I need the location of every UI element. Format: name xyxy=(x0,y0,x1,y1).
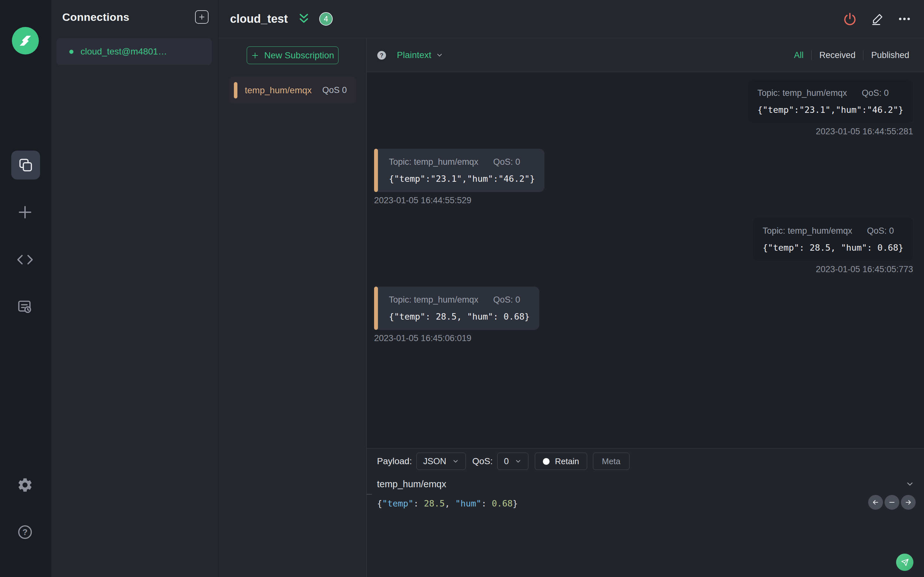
retain-toggle[interactable]: Retain xyxy=(535,453,587,470)
more-options-button[interactable] xyxy=(898,12,911,26)
message-list: Topic: temp_hum/emqxQoS: 0{"temp":"23.1"… xyxy=(367,72,924,448)
message-topic: Topic: temp_hum/emqx xyxy=(762,226,852,236)
help-icon[interactable]: ? xyxy=(376,50,387,60)
filter-published[interactable]: Published xyxy=(863,50,917,60)
payload-token: , xyxy=(445,498,455,508)
chevron-down-icon xyxy=(452,458,459,465)
message-meta: Topic: temp_hum/emqxQoS: 0 xyxy=(758,88,903,98)
question-icon: ? xyxy=(17,524,33,540)
payload-token: } xyxy=(513,498,518,508)
message-topic: Topic: temp_hum/emqx xyxy=(389,295,478,305)
payload-type-value: JSON xyxy=(423,456,446,466)
payload-token: "hum" xyxy=(455,498,481,508)
edit-connection-button[interactable] xyxy=(871,12,884,26)
payload-label: Payload: xyxy=(377,456,412,466)
publish-panel: Payload: JSON QoS: 0 xyxy=(367,448,924,577)
message-timestamp: 2023-01-05 16:44:55:281 xyxy=(748,127,913,137)
payload-type-select[interactable]: JSON xyxy=(417,453,466,470)
history-clear-button[interactable] xyxy=(885,495,899,510)
disconnect-button[interactable] xyxy=(843,11,857,26)
message-qos: QoS: 0 xyxy=(493,157,520,167)
payload-format-selector[interactable]: Plaintext xyxy=(397,50,443,60)
code-icon xyxy=(16,251,34,269)
payload-token: : xyxy=(481,498,492,508)
message-topic: Topic: temp_hum/emqx xyxy=(389,157,478,167)
connection-title: cloud_test xyxy=(230,12,288,26)
messages-header: ? Plaintext AllReceivedPublished xyxy=(367,39,924,72)
chevron-down-icon xyxy=(515,458,522,465)
subscription-item[interactable]: temp_hum/emqxQoS 0 xyxy=(229,77,356,104)
message-meta: Topic: temp_hum/emqxQoS: 0 xyxy=(389,295,530,305)
plus-icon xyxy=(16,203,34,221)
collapse-subscriptions-icon[interactable] xyxy=(297,12,311,26)
history-next-button[interactable] xyxy=(901,495,916,510)
main-panel: cloud_test 4 xyxy=(218,0,924,577)
filter-all[interactable]: All xyxy=(787,50,811,60)
payload-token: : xyxy=(414,498,424,508)
subscription-list: temp_hum/emqxQoS 0 xyxy=(218,77,367,104)
subscriptions-column: New Subscription temp_hum/emqxQoS 0 xyxy=(218,39,367,577)
gear-icon xyxy=(17,477,33,493)
messages-area: ? Plaintext AllReceivedPublished Topic: … xyxy=(367,39,924,577)
chevron-down-icon xyxy=(436,51,443,59)
connections-title: Connections xyxy=(62,11,129,23)
subscription-count-badge: 4 xyxy=(319,12,333,26)
connections-icon xyxy=(18,157,34,173)
sidebar-item-new-connection[interactable] xyxy=(16,203,34,221)
subscription-color-bar xyxy=(234,82,237,98)
qos-label: QoS: xyxy=(472,456,493,466)
message-meta: Topic: temp_hum/emqxQoS: 0 xyxy=(389,157,535,167)
message-payload: {"temp": 28.5, "hum": 0.68} xyxy=(389,311,530,322)
retain-label: Retain xyxy=(555,456,579,466)
payload-editor[interactable]: {"temp": 28.5, "hum": 0.68} xyxy=(367,494,924,508)
qos-value: 0 xyxy=(504,456,509,466)
sidebar-item-connections[interactable] xyxy=(11,151,40,179)
message-card[interactable]: Topic: temp_hum/emqxQoS: 0{"temp": 28.5,… xyxy=(374,287,540,330)
new-connection-button[interactable] xyxy=(195,10,208,24)
message-payload: {"temp":"23.1","hum":"46.2"} xyxy=(758,105,903,115)
meta-button[interactable]: Meta xyxy=(593,453,630,470)
message-card[interactable]: Topic: temp_hum/emqxQoS: 0{"temp":"23.1"… xyxy=(748,80,913,123)
message-timestamp: 2023-01-05 16:45:06:019 xyxy=(374,334,540,343)
message-qos: QoS: 0 xyxy=(867,226,894,236)
subscription-topic: temp_hum/emqx xyxy=(245,85,322,95)
message-payload: {"temp":"23.1","hum":"46.2"} xyxy=(389,174,535,184)
sidebar-item-log[interactable] xyxy=(16,298,33,315)
message-color-bar xyxy=(374,287,378,330)
connections-panel: Connections cloud_test@m4801… xyxy=(51,0,218,577)
mqttx-logo-icon xyxy=(12,27,39,55)
collapse-editor-icon[interactable] xyxy=(905,480,914,488)
qos-select[interactable]: 0 xyxy=(497,453,528,470)
message-meta: Topic: temp_hum/emqxQoS: 0 xyxy=(762,226,903,236)
topic-input[interactable]: temp_hum/emqx xyxy=(377,479,446,490)
payload-token: 0.68 xyxy=(492,498,513,508)
message-qos: QoS: 0 xyxy=(493,295,520,305)
sidebar-item-help[interactable]: ? xyxy=(17,524,33,540)
message-payload: {"temp": 28.5, "hum": 0.68} xyxy=(762,243,903,253)
filter-received[interactable]: Received xyxy=(811,50,863,60)
message-timestamp: 2023-01-05 16:45:05:773 xyxy=(753,264,913,274)
connection-item[interactable]: cloud_test@m4801… xyxy=(57,38,212,65)
payload-format-value: Plaintext xyxy=(397,50,431,60)
history-prev-button[interactable] xyxy=(868,495,883,510)
message-color-bar xyxy=(374,149,378,192)
payload-token: { xyxy=(377,498,382,508)
message-card[interactable]: Topic: temp_hum/emqxQoS: 0{"temp": 28.5,… xyxy=(753,218,913,261)
message-received: Topic: temp_hum/emqxQoS: 0{"temp":"23.1"… xyxy=(374,149,544,205)
sidebar-item-settings[interactable] xyxy=(17,477,33,493)
payload-token: 28.5 xyxy=(424,498,445,508)
send-button[interactable] xyxy=(896,554,913,571)
message-received: Topic: temp_hum/emqxQoS: 0{"temp": 28.5,… xyxy=(374,287,540,343)
new-subscription-button[interactable]: New Subscription xyxy=(247,47,338,64)
send-icon xyxy=(901,558,909,567)
publish-toolbar: Payload: JSON QoS: 0 xyxy=(367,448,924,474)
subscription-qos: QoS 0 xyxy=(322,85,347,95)
connections-header: Connections xyxy=(51,0,218,24)
publish-topic-row: temp_hum/emqx xyxy=(367,474,924,494)
message-timestamp: 2023-01-05 16:44:55:529 xyxy=(374,195,544,205)
svg-text:?: ? xyxy=(23,527,27,537)
message-card[interactable]: Topic: temp_hum/emqxQoS: 0{"temp":"23.1"… xyxy=(374,149,544,192)
payload-token: "temp" xyxy=(382,498,414,508)
connection-status-dot xyxy=(69,50,73,54)
sidebar-item-script[interactable] xyxy=(16,251,34,269)
